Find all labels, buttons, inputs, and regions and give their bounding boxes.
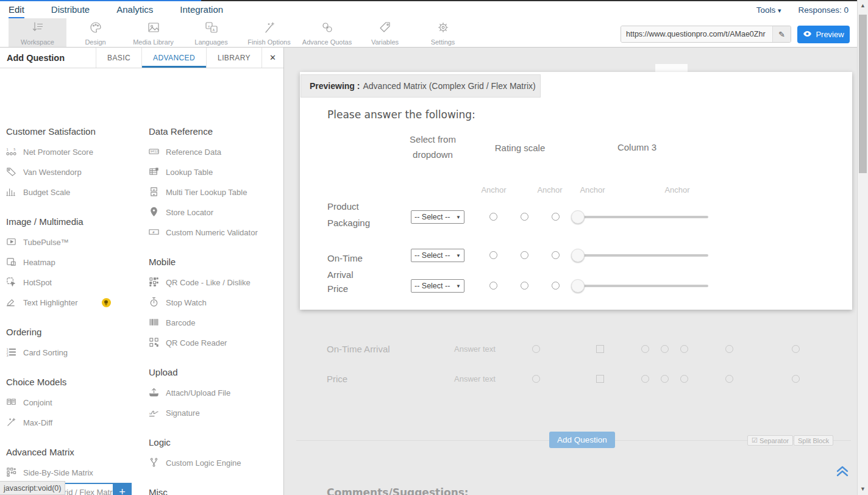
- panel-item-reference-data[interactable]: 94123 Reference Data: [149, 142, 284, 162]
- editor-radio[interactable]: [680, 375, 688, 383]
- page-scrollbar[interactable]: ▲ ▼: [857, 0, 868, 495]
- toolbar-languages[interactable]: xA Languages: [182, 18, 240, 47]
- editor-radio[interactable]: [792, 345, 800, 353]
- editor-radio[interactable]: [725, 375, 733, 383]
- tab-basic[interactable]: BASIC: [96, 48, 141, 68]
- panel-item-card-sorting[interactable]: 123 Card Sorting: [6, 343, 145, 363]
- panel-item-max-diff[interactable]: Max-Diff: [6, 413, 145, 433]
- workspace-icon: [30, 20, 46, 37]
- section-heading: Ordering: [6, 326, 145, 338]
- edit-url-button[interactable]: ✎: [772, 26, 791, 42]
- editor-radio[interactable]: [641, 345, 649, 353]
- tab-library[interactable]: LIBRARY: [206, 48, 261, 68]
- add-complex-grid-button[interactable]: +: [113, 483, 132, 495]
- toolbar-variables[interactable]: Variables: [356, 18, 414, 47]
- editor-radio[interactable]: [532, 345, 540, 353]
- slider-product-packaging[interactable]: [572, 210, 708, 224]
- panel-item-store-locator[interactable]: Store Locator: [149, 202, 284, 223]
- rating-radio[interactable]: [521, 213, 528, 221]
- preview-button[interactable]: Preview: [797, 26, 850, 43]
- panel-item-heatmap[interactable]: Heatmap: [6, 252, 145, 272]
- slider-thumb[interactable]: [571, 249, 585, 262]
- rating-radio[interactable]: [489, 282, 497, 290]
- rating-radio[interactable]: [552, 251, 560, 259]
- panel-item-custom-logic-engine[interactable]: Custom Logic Engine: [149, 453, 284, 473]
- panel-item-text-highlighter[interactable]: Text Highlighter: [6, 293, 145, 313]
- toolbar-label: Languages: [194, 38, 227, 46]
- panel-item-multi-tier-lookup-table[interactable]: Multi Tier Lookup Table: [149, 182, 284, 202]
- scrollbar-up-arrow[interactable]: ▲: [858, 2, 868, 9]
- panel-item-conjoint[interactable]: Conjoint: [6, 393, 145, 413]
- editor-radio[interactable]: [641, 375, 649, 383]
- scrollbar-down-arrow[interactable]: ▼: [858, 486, 868, 492]
- editor-answer-text[interactable]: Answer text: [454, 374, 496, 383]
- scroll-to-top-button[interactable]: [836, 465, 849, 480]
- panel-item-qr-code-like-dislike[interactable]: QR Code - Like / Dislike: [149, 272, 284, 293]
- nav-tab-edit[interactable]: Edit: [9, 2, 24, 18]
- tab-advanced[interactable]: ADVANCED: [141, 48, 206, 68]
- select-dropdown-product-packaging[interactable]: -- Select -- ▼: [411, 210, 464, 224]
- item-label: Signature: [166, 408, 200, 418]
- split-block-button[interactable]: Split Block: [794, 435, 833, 446]
- panel-item-net-promoter-score[interactable]: 15 Net Promoter Score: [6, 142, 145, 162]
- panel-item-budget-scale[interactable]: Budget Scale: [6, 182, 145, 202]
- toolbar-settings[interactable]: Settings: [414, 18, 472, 47]
- rating-radio[interactable]: [489, 251, 497, 259]
- add-question-button[interactable]: Add Question: [549, 432, 615, 448]
- nav-tab-distribute[interactable]: Distribute: [51, 2, 90, 18]
- slider-track[interactable]: [572, 285, 708, 287]
- editor-radio[interactable]: [532, 375, 540, 383]
- panel-item-custom-numeric-validator[interactable]: # Custom Numeric Validator: [149, 223, 284, 243]
- editor-radio[interactable]: [725, 345, 733, 353]
- toolbar-media-library[interactable]: Media Library: [124, 18, 182, 47]
- qr-reader-icon: [149, 337, 159, 349]
- select-dropdown-on-time-arrival[interactable]: -- Select -- ▼: [411, 249, 464, 262]
- tools-menu[interactable]: Tools ▾: [756, 5, 781, 15]
- chain-icon: [319, 20, 335, 37]
- panel-item-side-by-side-matrix[interactable]: Side-By-Side Matrix: [6, 463, 145, 483]
- scrollbar-thumb[interactable]: [859, 15, 867, 173]
- panel-header: Add Question BASIC ADVANCED LIBRARY ✕: [0, 48, 283, 68]
- nav-tab-integration[interactable]: Integration: [180, 2, 223, 18]
- toolbar-design[interactable]: Design: [66, 18, 124, 47]
- panel-item-lookup-table[interactable]: Lookup Table: [149, 162, 284, 182]
- slider-thumb[interactable]: [571, 210, 585, 224]
- responses-count[interactable]: Responses: 0: [798, 5, 848, 15]
- panel-item-qr-code-reader[interactable]: QR Code Reader: [149, 333, 284, 353]
- slider-track[interactable]: [572, 254, 708, 257]
- panel-item-stop-watch[interactable]: Stop Watch: [149, 293, 284, 313]
- pencil-icon: ✎: [778, 30, 785, 39]
- editor-radio[interactable]: [680, 345, 688, 353]
- survey-url-input[interactable]: [621, 26, 772, 42]
- toolbar-workspace[interactable]: Workspace: [9, 18, 66, 47]
- rating-radio[interactable]: [552, 282, 560, 290]
- close-panel-button[interactable]: ✕: [261, 48, 283, 68]
- select-dropdown-price[interactable]: -- Select -- ▼: [411, 279, 464, 293]
- panel-item-van-westendorp[interactable]: Van Westendorp: [6, 162, 145, 182]
- editor-radio[interactable]: [792, 375, 800, 383]
- editor-answer-text[interactable]: Answer text: [454, 344, 496, 354]
- panel-column-2: Data Reference 94123 Reference Data Look…: [149, 116, 284, 495]
- toolbar-finish-options[interactable]: Finish Options: [240, 18, 298, 47]
- editor-checkbox[interactable]: [596, 375, 604, 383]
- panel-item-signature[interactable]: x Signature: [149, 403, 284, 423]
- panel-item-hotspot[interactable]: HotSpot: [6, 272, 145, 293]
- nav-tab-analytics[interactable]: Analytics: [116, 2, 153, 18]
- slider-thumb[interactable]: [571, 279, 585, 293]
- toolbar-advance-quotas[interactable]: Advance Quotas: [298, 18, 356, 47]
- panel-item-attach-upload-file[interactable]: Attach/Upload File: [149, 383, 284, 403]
- editor-radio[interactable]: [661, 345, 669, 353]
- slider-on-time-arrival[interactable]: [572, 249, 708, 262]
- price-tag-icon: [6, 166, 16, 179]
- panel-item-barcode[interactable]: Barcode: [149, 313, 284, 333]
- editor-checkbox[interactable]: [596, 345, 604, 353]
- rating-radio[interactable]: [521, 251, 528, 259]
- rating-radio[interactable]: [489, 213, 497, 221]
- rating-radio[interactable]: [552, 213, 560, 221]
- editor-radio[interactable]: [661, 375, 669, 383]
- slider-track[interactable]: [572, 216, 708, 218]
- slider-price[interactable]: [572, 279, 708, 293]
- separator-button[interactable]: ☑ Separator: [747, 435, 793, 446]
- panel-item-tubepulse[interactable]: TubePulse™: [6, 232, 145, 252]
- rating-radio[interactable]: [521, 282, 528, 290]
